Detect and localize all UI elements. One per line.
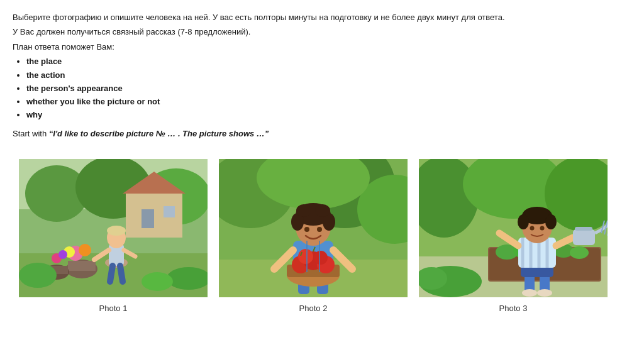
svg-rect-7 xyxy=(142,209,154,228)
photo-frame-1 xyxy=(19,159,208,297)
svg-point-58 xyxy=(317,227,322,232)
photo-image-2 xyxy=(219,159,408,297)
svg-rect-8 xyxy=(164,206,175,217)
photo-item-1[interactable]: Photo 1 xyxy=(19,159,208,313)
svg-point-55 xyxy=(296,204,311,217)
svg-point-93 xyxy=(540,226,545,231)
plan-item-5: why xyxy=(26,109,625,121)
svg-point-90 xyxy=(518,214,529,229)
plan-item-2: the action xyxy=(26,69,625,82)
svg-point-94 xyxy=(522,289,537,297)
instructions-block: Выберите фотографию и опишите человека н… xyxy=(13,11,625,140)
instruction-line2: У Вас должен получиться связный рассказ … xyxy=(13,26,625,38)
svg-point-47 xyxy=(314,251,328,265)
svg-line-26 xyxy=(120,266,123,282)
svg-rect-84 xyxy=(575,227,592,231)
plan-item-3: the person's appearance xyxy=(26,82,625,95)
svg-point-15 xyxy=(79,244,91,256)
start-label: Start with xyxy=(13,129,49,138)
svg-point-46 xyxy=(298,249,313,264)
svg-point-57 xyxy=(304,227,309,232)
photo-frame-3 xyxy=(419,159,608,297)
svg-line-25 xyxy=(110,266,113,282)
svg-point-91 xyxy=(545,214,557,229)
plan-item-4: whether you like the picture or not xyxy=(26,96,625,108)
start-quoted: “I'd like to describe picture № … . The … xyxy=(49,129,269,138)
plan-list: the place the action the person's appear… xyxy=(13,55,625,121)
plan-title: План ответа поможет Вам: xyxy=(13,41,625,53)
photo-label-3: Photo 3 xyxy=(499,304,528,313)
svg-point-92 xyxy=(530,226,535,231)
start-with-text: Start with “I'd like to describe picture… xyxy=(13,128,625,140)
photo-frame-2 xyxy=(219,159,408,297)
photo-image-1 xyxy=(19,159,208,297)
photo-label-1: Photo 1 xyxy=(99,304,128,313)
svg-point-27 xyxy=(19,263,57,288)
svg-point-72 xyxy=(570,246,589,259)
svg-point-95 xyxy=(537,289,552,297)
svg-rect-83 xyxy=(573,229,595,245)
svg-point-18 xyxy=(58,250,67,259)
photo-item-2[interactable]: Photo 2 xyxy=(219,159,408,313)
svg-point-56 xyxy=(315,204,330,217)
svg-point-22 xyxy=(107,226,126,236)
photo-label-2: Photo 2 xyxy=(299,304,328,313)
svg-rect-11 xyxy=(68,261,96,271)
instruction-line1: Выберите фотографию и опишите человека н… xyxy=(13,11,625,24)
svg-point-29 xyxy=(142,272,173,291)
photos-section: Photo 1 xyxy=(19,159,625,313)
plan-item-1: the place xyxy=(26,55,625,68)
photo-item-3[interactable]: Photo 3 xyxy=(419,159,608,313)
photo-image-3 xyxy=(419,159,608,297)
